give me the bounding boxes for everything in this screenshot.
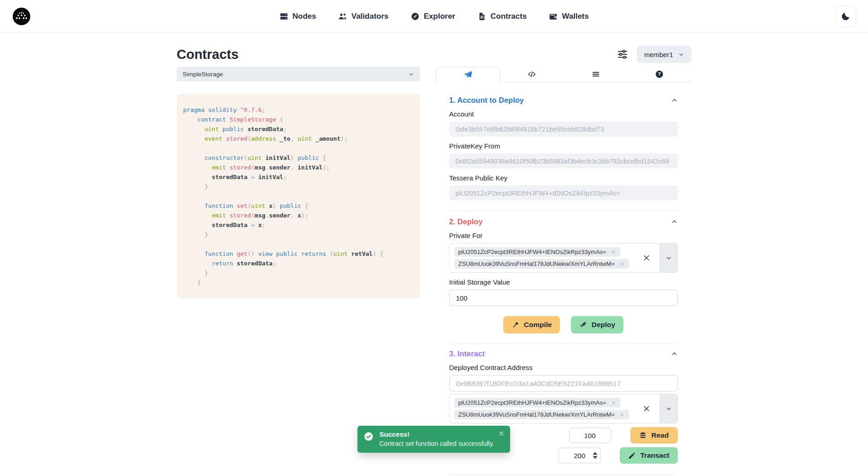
initial-storage-input[interactable] <box>449 290 678 306</box>
code-line: constructor(uint initVal) public { <box>183 153 414 163</box>
member-selector-label: member1 <box>644 51 673 58</box>
deploy-button[interactable]: Deploy <box>571 316 623 333</box>
deploy-button-label: Deploy <box>591 321 615 329</box>
read-button[interactable]: Read <box>630 427 678 444</box>
get-value-input[interactable] <box>569 428 611 443</box>
close-icon <box>642 404 651 413</box>
section-divider <box>449 344 678 344</box>
section-deploy-title: 2. Deploy <box>449 217 483 226</box>
nav-item-contracts[interactable]: Contracts <box>477 12 527 21</box>
section-divider <box>449 211 678 211</box>
initial-storage-label: Initial Storage Value <box>449 278 678 286</box>
disabled-input: piU2051ZcP2ecpt3REthHJFW4+tENOsZikRpz33y… <box>449 185 678 201</box>
selected-key-chip: ZSU8mUuok39VuSnsFmHal178JdUNekw/XmYLArRn… <box>454 410 629 419</box>
section-interact-title: 3. Interact <box>449 349 485 358</box>
contract-panel: ? 1. Account to Deploy Account0xfe3b557e… <box>436 67 692 475</box>
chevron-down-icon <box>666 255 672 261</box>
member-selector[interactable]: member1 <box>637 46 691 63</box>
field-label: Tessera Public Key <box>449 174 678 182</box>
contract-select-value: SimpleStorage <box>183 71 224 78</box>
code-line: function set(uint x) public { <box>183 201 414 211</box>
tab-question[interactable]: ? <box>628 67 692 82</box>
deployed-address-label: Deployed Contract Address <box>449 364 678 371</box>
nav-item-explorer[interactable]: Explorer <box>410 12 455 21</box>
code-line <box>183 191 414 201</box>
database-icon <box>639 432 647 439</box>
code-line: } <box>183 230 414 239</box>
main-nav: NodesValidatorsExplorerContractsWallets <box>279 12 589 21</box>
success-toast: Success! Contract set function called su… <box>357 426 510 453</box>
theme-toggle-button[interactable] <box>835 6 856 27</box>
code-line: return storedData; <box>183 259 414 268</box>
question-icon: ? <box>655 70 664 79</box>
multiselect-dropdown-toggle[interactable] <box>660 394 677 423</box>
chevron-down-icon <box>408 71 414 77</box>
toast-title: Success! <box>379 430 495 438</box>
code-line: } <box>183 268 414 278</box>
field-label: Account <box>449 110 678 118</box>
code-line: storedData = x; <box>183 220 414 230</box>
clear-selection-button[interactable] <box>634 394 660 423</box>
selected-key-chip: ZSU8mUuok39VuSnsFmHal178JdUNekw/XmYLArRn… <box>454 259 629 269</box>
selected-key-chip: piU2051ZcP2ecpt3REthHJFW4+tENOsZikRpz33y… <box>454 247 621 257</box>
code-line: emit stored(msg.sender, initVal); <box>183 163 414 172</box>
read-button-label: Read <box>651 431 669 439</box>
stepper-up-icon[interactable] <box>593 452 597 455</box>
private-for-multiselect[interactable]: piU2051ZcP2ecpt3REthHJFW4+tENOsZikRpz33y… <box>449 243 678 273</box>
page-title: Contracts <box>177 47 239 62</box>
toast-message: Contract set function called successfull… <box>379 440 495 447</box>
hammer-icon <box>511 321 519 329</box>
code-line: function get() view public returns (uint… <box>183 249 414 259</box>
contract-select[interactable]: SimpleStorage <box>177 67 420 81</box>
disabled-input: 0x8f2a55949038a9610f50fb23b5883af3b4ecb3… <box>449 153 678 169</box>
chip-remove-icon[interactable] <box>619 261 625 267</box>
tab-send[interactable] <box>436 67 501 82</box>
code-line: storedData = initVal; <box>183 172 414 182</box>
chevron-up-icon[interactable] <box>671 97 678 104</box>
sliders-icon[interactable] <box>617 48 628 60</box>
selected-key-chip: piU2051ZcP2ecpt3REthHJFW4+tENOsZikRpz33y… <box>454 398 621 407</box>
rocket-icon <box>579 321 587 329</box>
interact-private-for-multiselect[interactable]: piU2051ZcP2ecpt3REthHJFW4+tENOsZikRpz33y… <box>449 394 678 423</box>
nav-item-nodes[interactable]: Nodes <box>279 12 316 21</box>
chevron-up-icon[interactable] <box>671 350 678 357</box>
code-line: contract SimpleStorage { <box>183 115 414 124</box>
stepper-down-icon[interactable] <box>593 456 597 459</box>
panel-bottom-divider <box>449 475 678 475</box>
chevron-up-icon[interactable] <box>671 218 678 225</box>
users-icon <box>338 12 347 21</box>
code-line: uint public storedData; <box>183 124 414 134</box>
section-deploy-header: 2. Deploy <box>449 217 678 226</box>
top-navbar: NodesValidatorsExplorerContractsWallets <box>0 0 868 33</box>
chip-remove-icon[interactable] <box>611 249 616 255</box>
close-icon <box>642 254 651 262</box>
chevron-down-icon <box>678 52 684 58</box>
compile-button[interactable]: Compile <box>503 316 560 333</box>
code-icon <box>527 70 536 79</box>
chip-remove-icon[interactable] <box>619 412 625 418</box>
transact-button[interactable]: Transact <box>620 447 678 464</box>
code-line: pragma solidity ^0.7.6; <box>183 105 414 115</box>
tab-list[interactable] <box>564 67 628 82</box>
nav-item-validators[interactable]: Validators <box>338 12 389 21</box>
check-circle-icon <box>364 432 373 441</box>
code-line <box>183 239 414 249</box>
disabled-input: 0xfe3b557e8fb62b89f4916b721be55ceb828dbd… <box>449 122 678 137</box>
transact-button-label: Transact <box>640 451 670 460</box>
moon-icon <box>841 11 851 21</box>
deployed-address-input[interactable] <box>449 375 678 391</box>
clear-selection-button[interactable] <box>634 243 660 272</box>
page-header: Contracts member1 <box>177 46 692 63</box>
chevron-down-icon <box>666 406 672 412</box>
chip-remove-icon[interactable] <box>611 400 616 406</box>
list-icon <box>591 70 600 79</box>
code-line: } <box>183 182 414 191</box>
nav-item-wallets[interactable]: Wallets <box>548 12 589 21</box>
contract-source-code: pragma solidity ^0.7.6; contract SimpleS… <box>177 94 420 298</box>
toast-close-icon[interactable] <box>498 430 505 437</box>
tab-code[interactable] <box>500 67 564 82</box>
number-stepper[interactable] <box>593 452 597 459</box>
server-icon <box>279 12 288 21</box>
multiselect-dropdown-toggle[interactable] <box>660 243 677 272</box>
app-logo[interactable] <box>12 7 31 26</box>
